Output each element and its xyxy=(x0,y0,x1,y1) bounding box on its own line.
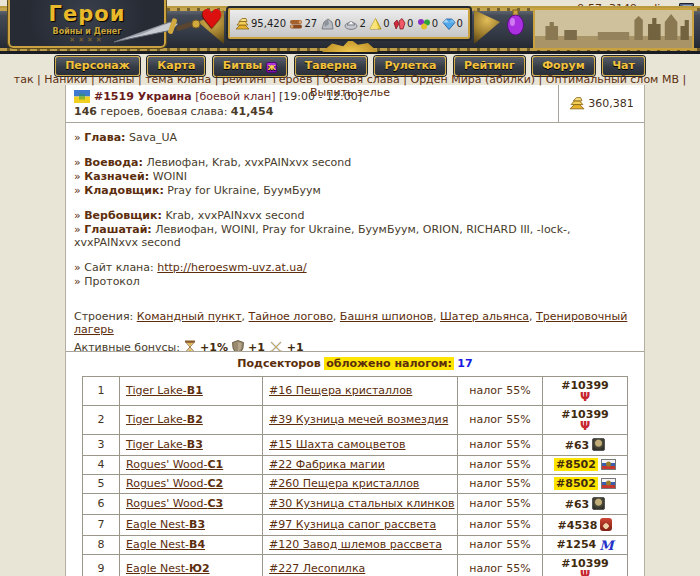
tax-rate: налог 55% xyxy=(458,475,543,494)
heroes-count: 146 xyxy=(74,105,97,118)
gems-icon xyxy=(417,18,431,30)
sword-icon xyxy=(112,16,208,46)
tax-rate: налог 55% xyxy=(458,536,543,555)
gems-amount: 0 xyxy=(432,18,438,29)
row-number: 2 xyxy=(83,406,120,435)
bonuses-label: Активные бонусы: xyxy=(74,341,180,352)
clan-site-link[interactable]: http://heroeswm-uvz.at.ua/ xyxy=(157,261,306,274)
potion-icon[interactable] xyxy=(506,9,525,36)
crossed-swords-icon xyxy=(269,340,283,351)
owner-clan-link[interactable]: #1254 xyxy=(556,538,596,551)
building-command-post[interactable]: Командный пункт xyxy=(137,310,242,323)
gold-amount: 95,420 xyxy=(251,18,286,29)
quicklink-battle-glory[interactable]: боевая слава xyxy=(323,73,400,86)
facility-link[interactable]: #22 Фабрика магии xyxy=(269,458,385,471)
owner-clan-link[interactable]: #63 xyxy=(565,439,590,452)
owner-clan-link[interactable]: #4538 xyxy=(558,519,598,532)
owner-clan-link[interactable]: #8502 xyxy=(554,477,598,490)
sector-link[interactable]: Tiger Lake-B1 xyxy=(126,384,203,397)
heart-icon[interactable]: ♥ xyxy=(200,4,223,34)
knight-emblem-icon xyxy=(592,497,605,510)
facility-link[interactable]: #227 Лесопилка xyxy=(269,562,365,575)
resource-crystals: 0 xyxy=(393,18,413,30)
crystals-icon xyxy=(393,18,406,30)
diamond-icon xyxy=(442,18,456,30)
red-figure-emblem-icon xyxy=(600,518,612,531)
building-secret-lair[interactable]: Тайное логово xyxy=(249,310,333,323)
role-label: Глава: xyxy=(84,131,125,144)
ore-amount: 0 xyxy=(335,18,341,29)
gold-icon xyxy=(235,18,250,30)
quicklink-hero-rating[interactable]: рейтинг героев xyxy=(222,73,312,86)
quicklink-drink-potion[interactable]: Выпить зелье xyxy=(310,86,390,99)
row-number: 3 xyxy=(83,435,120,456)
nav-character-label: Персонаж xyxy=(65,59,130,72)
sector-link[interactable]: Rogues' Wood-C1 xyxy=(126,458,223,471)
nav-roulette-label: Рулетка xyxy=(384,59,436,72)
quicklink-clans[interactable]: кланы xyxy=(98,73,134,86)
sector-link[interactable]: Eagle Nest-B3 xyxy=(126,518,205,531)
table-row: 2 Tiger Lake-B2 #39 Кузница мечей возмез… xyxy=(83,406,628,435)
quicklink-naniki[interactable]: Наники xyxy=(44,73,87,86)
ore-icon xyxy=(321,18,334,30)
owner-clan-link[interactable]: #63 xyxy=(565,498,590,511)
sector-link[interactable]: Eagle Nest-B4 xyxy=(126,538,205,551)
tax-rate: налог 55% xyxy=(458,555,543,576)
official-line: » Глава: Sava_UA xyxy=(74,131,636,144)
mercury-amount: 2 xyxy=(359,18,365,29)
tax-prefix: Подсекторов xyxy=(237,357,320,370)
quicklink-optimal-slom[interactable]: Оптимальный слом МВ xyxy=(546,73,679,86)
role-label: Глашатай: xyxy=(84,223,152,236)
table-row: 7 Eagle Nest-B3 #97 Кузница сапог рассве… xyxy=(83,515,628,536)
facility-link[interactable]: #97 Кузница сапог рассвета xyxy=(269,518,436,531)
owner-clan-link[interactable]: #8502 xyxy=(554,458,598,471)
site-header: 9:57, 3149 online Герои Войны и Денег ✕✕… xyxy=(0,0,700,85)
hourglass-icon xyxy=(184,340,196,351)
sector-link[interactable]: Tiger Lake-B2 xyxy=(126,413,203,426)
building-alliance-tent[interactable]: Шатер альянса xyxy=(440,310,529,323)
building-spy-tower[interactable]: Башня шпионов xyxy=(340,310,433,323)
protocol-link[interactable]: Протокол xyxy=(84,275,140,288)
nav-chat-label: Чат xyxy=(612,59,635,72)
official-names: Sava_UA xyxy=(129,131,177,144)
heroes-label: героев, боевая слава: xyxy=(100,105,227,118)
sector-link[interactable]: Rogues' Wood-C2 xyxy=(126,477,223,490)
bonus-value: +1 xyxy=(248,341,265,352)
official-line: » Воевода: Левиофан, Krab, xvxPAINxvx se… xyxy=(74,156,636,169)
facility-link[interactable]: #30 Кузница стальных клинков xyxy=(269,497,454,510)
nav-map-label: Карта xyxy=(157,59,195,72)
castle-image xyxy=(533,8,694,50)
quicklink-clan-topic[interactable]: тема клана xyxy=(145,73,211,86)
quicklink-order-of-peace[interactable]: Орден Мира (абилки) xyxy=(410,73,535,86)
sulfur-icon xyxy=(369,18,382,30)
facility-link[interactable]: #39 Кузница мечей возмездия xyxy=(269,413,448,426)
official-line: » Вербовщик: Krab, xvxPAINxvx second xyxy=(74,209,636,222)
resource-gold: 95,420 xyxy=(235,18,286,30)
tax-count: 17 xyxy=(457,357,472,370)
quicklink-tak[interactable]: так xyxy=(14,73,34,86)
nav-battles-label: Битвы xyxy=(223,59,262,72)
facility-link[interactable]: #120 Завод шлемов рассвета xyxy=(269,538,442,551)
sector-link[interactable]: Tiger Lake-B3 xyxy=(126,438,203,451)
facility-link[interactable]: #16 Пещера кристаллов xyxy=(269,384,412,397)
sector-link[interactable]: Rogues' Wood-C3 xyxy=(126,497,223,510)
clan-site-label: Сайт клана: xyxy=(84,261,154,274)
wood-amount: 27 xyxy=(304,18,317,29)
official-line: » Казначей: WOINI xyxy=(74,170,636,183)
role-label: Воевода: xyxy=(84,156,143,169)
tax-rate: налог 55% xyxy=(458,406,543,435)
facility-link[interactable]: #260 Пещера кристаллов xyxy=(269,477,419,490)
table-row: 5 Rogues' Wood-C2 #260 Пещера кристаллов… xyxy=(83,475,628,494)
row-number: 4 xyxy=(83,456,120,475)
facility-link[interactable]: #15 Шахта самоцветов xyxy=(269,438,406,451)
sector-link[interactable]: Eagle Nest-Ю2 xyxy=(126,562,210,575)
mercury-icon xyxy=(344,18,358,30)
tax-sectors-table: 1 Tiger Lake-B1 #16 Пещера кристаллов на… xyxy=(82,376,628,576)
official-names: WOINI xyxy=(153,170,187,183)
table-row: 1 Tiger Lake-B1 #16 Пещера кристаллов на… xyxy=(83,377,628,406)
resource-gems: 0 xyxy=(417,18,438,30)
official-names: Левиофан, Krab, xvxPAINxvx second xyxy=(146,156,351,169)
bonus-value: +1% xyxy=(200,341,228,352)
clan-details: » Глава: Sava_UA » Воевода: Левиофан, Kr… xyxy=(66,123,644,351)
trident-icon: Ψ xyxy=(549,570,621,576)
